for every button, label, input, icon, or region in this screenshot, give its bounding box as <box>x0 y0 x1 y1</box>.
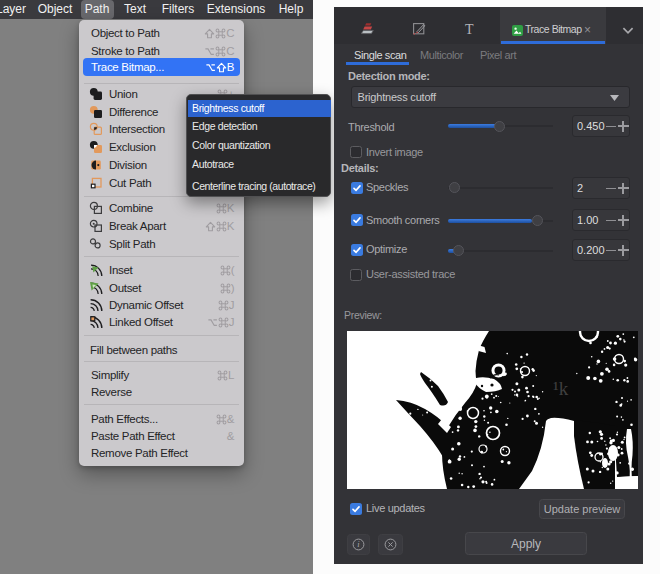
svg-text:¹k: ¹k <box>553 378 569 399</box>
svg-text:i: i <box>357 539 360 549</box>
